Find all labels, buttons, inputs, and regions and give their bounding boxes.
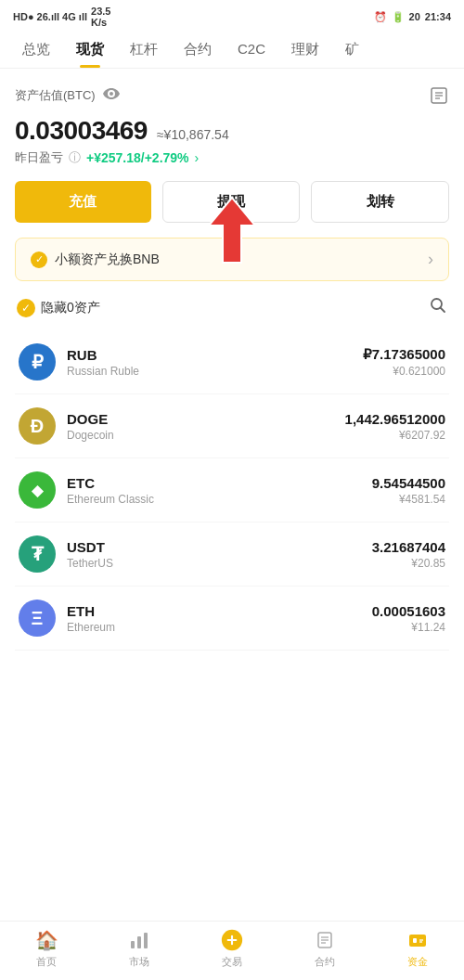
etc-coin-info: ETC Ethereum Classic [67,475,361,506]
eth-fullname: Ethereum [67,621,361,634]
doge-coin-icon: Ð [19,407,56,445]
filter-label: 隐藏0资产 [41,300,100,316]
nav-home[interactable]: 🏠 首页 [19,929,74,969]
filter-check-icon[interactable]: ✓ [17,299,35,317]
nav-home-label: 首页 [36,955,57,969]
tab-c2c[interactable]: C2C [225,32,278,68]
nav-funds[interactable]: 资金 [390,929,445,969]
profit-label: 昨日盈亏 [15,149,63,166]
doge-fullname: Dogecoin [67,429,334,442]
etc-values: 9.54544500 ¥4581.54 [372,475,445,506]
rub-amount: ₽7.17365000 [363,346,445,363]
svg-marker-4 [209,198,255,263]
funds-icon [406,929,429,951]
svg-line-6 [441,308,445,313]
nav-market-label: 市场 [129,955,149,969]
filter-left: ✓ 隐藏0资产 [17,299,100,317]
tab-overview[interactable]: 总览 [9,32,63,68]
nav-tabs: 总览 现货 杠杆 合约 C2C 理财 矿 [0,32,464,69]
rub-values: ₽7.17365000 ¥0.621000 [363,346,445,378]
eth-values: 0.00051603 ¥11.24 [372,603,445,634]
nav-market[interactable]: 市场 [111,929,167,969]
usdt-values: 3.21687404 ¥20.85 [372,539,445,570]
eth-amount: 0.00051603 [372,603,445,619]
svg-rect-15 [409,935,426,947]
trade-icon [221,929,243,951]
status-alarm: ⏰ [374,11,387,23]
doge-values: 1,442.96512000 ¥6207.92 [345,411,445,442]
svg-rect-16 [413,938,417,943]
nav-contracts[interactable]: 合约 [297,929,353,969]
eth-coin-info: ETH Ethereum [67,603,361,634]
status-bar: HD● 26.ıll 4G ıll 23.5K/s ⏰ 🔋 20 21:34 [0,0,464,32]
status-right: ⏰ 🔋 20 21:34 [374,11,451,23]
asset-item-eth[interactable]: Ξ ETH Ethereum 0.00051603 ¥11.24 [15,587,449,651]
asset-value-row: 0.03003469 ≈¥10,867.54 [15,116,449,146]
recharge-button[interactable]: 充值 [15,181,151,223]
home-icon: 🏠 [35,929,58,951]
doge-cny: ¥6207.92 [345,429,445,442]
asset-item-usdt[interactable]: ₮ USDT TetherUS 3.21687404 ¥20.85 [15,522,449,587]
svg-rect-8 [137,936,141,948]
market-icon [128,929,150,951]
profit-value: +¥257.18/+2.79% [86,150,189,165]
doge-symbol: DOGE [67,411,334,427]
rub-coin-info: RUB Russian Ruble [67,347,352,378]
report-icon[interactable] [429,85,449,110]
status-left: HD● 26.ıll 4G ıll 23.5K/s [13,6,110,28]
status-speed: 23.5K/s [91,6,110,28]
nav-funds-label: 资金 [407,955,428,969]
up-arrow-indicator [204,193,260,267]
tab-spot[interactable]: 现货 [63,32,117,68]
bnb-banner-text: 小额资产兑换BNB [55,251,160,268]
eye-icon[interactable] [103,88,120,102]
asset-label: 资产估值(BTC) [15,87,120,104]
rub-symbol: RUB [67,347,352,363]
contracts-icon [314,929,336,951]
usdt-coin-info: USDT TetherUS [67,539,361,570]
etc-coin-icon: ◆ [19,471,56,509]
usdt-coin-icon: ₮ [19,535,56,573]
etc-symbol: ETC [67,475,361,491]
tab-futures[interactable]: 合约 [171,32,225,68]
profit-arrow[interactable]: › [195,150,200,165]
doge-amount: 1,442.96512000 [345,411,445,427]
usdt-fullname: TetherUS [67,557,361,570]
etc-cny: ¥4581.54 [372,493,445,506]
asset-label-text: 资产估值(BTC) [15,87,96,104]
main-content: 资产估值(BTC) 0.03003469 ≈¥10,867.54 昨日盈亏 ⓘ … [0,69,464,725]
info-icon: ⓘ [69,149,81,166]
etc-amount: 9.54544500 [372,475,445,491]
etc-fullname: Ethereum Classic [67,493,361,506]
bottom-nav: 🏠 首页 市场 交易 合 [0,921,464,980]
asset-list: ₽ RUB Russian Ruble ₽7.17365000 ¥0.62100… [15,330,449,651]
eth-cny: ¥11.24 [372,621,445,634]
asset-cny-value: ≈¥10,867.54 [157,127,229,142]
nav-contracts-label: 合约 [315,955,335,969]
status-battery-icon: 🔋 [392,11,405,23]
nav-trade-label: 交易 [222,955,242,969]
tab-mining[interactable]: 矿 [332,32,372,68]
asset-item-rub[interactable]: ₽ RUB Russian Ruble ₽7.17365000 ¥0.62100… [15,330,449,394]
rub-coin-icon: ₽ [19,343,56,380]
usdt-amount: 3.21687404 [372,539,445,555]
bnb-banner-left: ✓ 小额资产兑换BNB [31,251,160,268]
tab-leverage[interactable]: 杠杆 [117,32,171,68]
asset-item-doge[interactable]: Ð DOGE Dogecoin 1,442.96512000 ¥6207.92 [15,394,449,458]
search-icon[interactable] [429,296,447,319]
status-battery-level: 20 [409,11,420,22]
transfer-button[interactable]: 划转 [311,181,449,223]
doge-coin-info: DOGE Dogecoin [67,411,334,442]
eth-coin-icon: Ξ [19,600,56,637]
rub-cny: ¥0.621000 [363,365,445,378]
bnb-check-icon: ✓ [31,251,47,268]
bnb-arrow-icon: › [428,250,433,269]
status-signal: HD● 26.ıll 4G ıll [13,11,87,22]
nav-trade[interactable]: 交易 [204,929,260,969]
svg-rect-7 [131,941,135,948]
usdt-cny: ¥20.85 [372,557,445,570]
asset-item-etc[interactable]: ◆ ETC Ethereum Classic 9.54544500 ¥4581.… [15,458,449,522]
asset-btc-value: 0.03003469 [15,116,148,146]
tab-finance[interactable]: 理财 [278,32,332,68]
svg-rect-9 [144,933,148,948]
